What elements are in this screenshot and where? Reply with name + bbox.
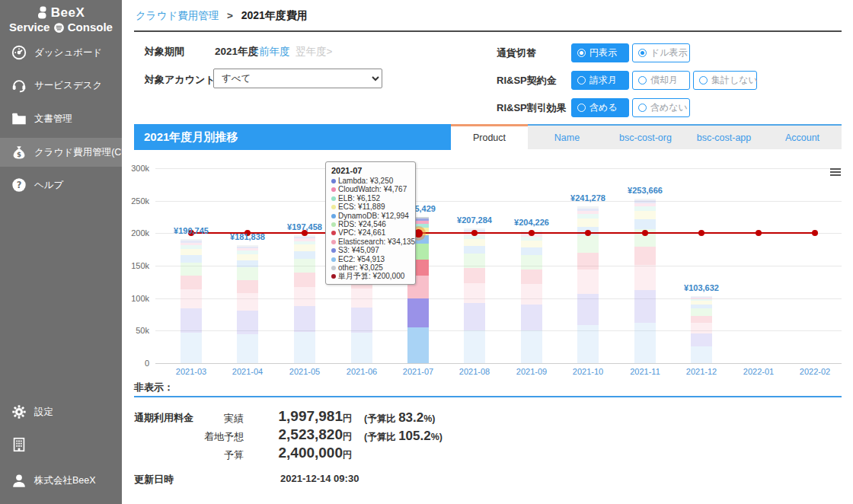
breadcrumb-separator: > [227, 10, 233, 21]
tooltip-row: ELB: ¥6,152 [331, 194, 410, 203]
bar-segment-vpc [464, 268, 485, 282]
bar-segment-ec2 [407, 327, 429, 363]
sidebar-item-organization[interactable] [0, 430, 122, 459]
sidebar-item-dashboard[interactable]: ダッシュボード [0, 38, 122, 67]
gridline [155, 201, 842, 202]
bar-segment-dynamodb [181, 255, 202, 262]
bar-segment-rds [521, 255, 542, 270]
tooltip-row: EC2: ¥54,913 [331, 255, 410, 263]
bar-2021-09[interactable] [521, 231, 542, 363]
bar-segment-dynamodb [294, 251, 315, 259]
risp_discount-option-1[interactable]: 含めない [632, 98, 690, 117]
question-icon: ? [10, 176, 28, 194]
breadcrumb: クラウド費用管理 > 2021年度費用 [136, 9, 308, 23]
console-icon [53, 21, 65, 33]
risp_fee-option-0[interactable]: 請求月 [571, 71, 629, 90]
bar-segment-rds [294, 259, 315, 273]
bar-segment-elasticsearch [634, 265, 656, 290]
sidebar-item-settings[interactable]: 設定 [0, 397, 122, 426]
bar-2021-12[interactable] [691, 296, 712, 363]
bar-2021-08[interactable] [464, 228, 485, 363]
bar-segment-s3 [577, 294, 599, 325]
bar-segment-ecs [521, 241, 542, 247]
bar-segment-rds [237, 267, 258, 280]
risp-fee-label: RI&SP契約金 [497, 74, 557, 88]
bar-2021-11[interactable] [634, 199, 656, 363]
bar-segment-dynamodb [464, 246, 485, 254]
gridline [155, 168, 842, 169]
y-axis-tick: 200k [123, 228, 149, 238]
bar-value-label: ¥241,278 [554, 193, 622, 203]
account-select[interactable]: すべて [213, 69, 382, 88]
bar-segment-ec2 [634, 323, 656, 363]
svg-text:$: $ [17, 151, 21, 158]
forecast-budget-ratio: (予算比 105.2%) [364, 429, 442, 444]
gridline [155, 266, 842, 266]
series-dot-icon [331, 214, 336, 219]
toggle-option-label: 含める [589, 101, 618, 114]
currency-option-1[interactable]: ドル表示 [632, 43, 690, 62]
gridline [155, 363, 842, 364]
x-axis-label-2021-12: 2021-12 [673, 367, 730, 376]
prev-year-link[interactable]: <前年度 [253, 45, 289, 59]
bar-2021-03[interactable] [181, 239, 202, 363]
budget-point-2021-12[interactable] [698, 230, 704, 236]
y-axis-tick: 150k [123, 261, 149, 270]
sidebar-item-cloud-cost[interactable]: $クラウド費用管理(CUR) [0, 138, 122, 167]
radio-icon [577, 76, 586, 85]
tooltip-row: ECS: ¥11,889 [331, 203, 410, 211]
tab-name[interactable]: Name [528, 124, 606, 149]
bar-segment-ec2 [691, 346, 712, 363]
header-divider [134, 30, 842, 32]
y-axis-tick: 100k [123, 294, 149, 303]
bar-2021-04[interactable] [237, 245, 258, 363]
svg-text:?: ? [17, 180, 22, 190]
tooltip-row: DynamoDB: ¥12,994 [331, 212, 410, 220]
app-logo: BeeX Service Console [0, 5, 122, 34]
budget-point-2022-01[interactable] [756, 230, 762, 236]
sidebar-item-help[interactable]: ?ヘルプ [0, 171, 122, 199]
bar-segment-s3 [691, 333, 712, 347]
sidebar: BeeX Service Console ダッシュボードサービスデスク文書管理$… [0, 0, 122, 504]
breadcrumb-parent-link[interactable]: クラウド費用管理 [136, 10, 219, 21]
currency-option-0[interactable]: 円表示 [571, 43, 629, 62]
tab-bsc-cost-org[interactable]: bsc-cost-org [606, 124, 685, 149]
gridline [155, 330, 842, 331]
bar-segment-rds [577, 235, 599, 252]
bar-segment-ec2 [181, 333, 202, 363]
risp_fee-option-2[interactable]: 集計しない [693, 71, 757, 90]
sidebar-item-service-desk[interactable]: サービスデスク [0, 71, 122, 100]
bar-segment-elasticsearch [237, 293, 258, 311]
y-axis-tick: 50k [123, 326, 149, 335]
bar-segment-rds [464, 254, 485, 268]
bar-segment-ecs [577, 219, 599, 227]
series-dot-icon [331, 196, 336, 201]
tab-account[interactable]: Account [763, 124, 842, 149]
person-icon [10, 471, 28, 490]
risp_discount-option-0[interactable]: 含める [571, 98, 629, 117]
tab-bsc-cost-app[interactable]: bsc-cost-app [685, 124, 763, 149]
x-axis-label-2021-03: 2021-03 [163, 367, 219, 376]
bar-2021-05[interactable] [294, 235, 315, 363]
series-dot-icon [331, 240, 336, 244]
bar-segment-elasticsearch [464, 283, 485, 304]
x-axis-label-2021-04: 2021-04 [219, 367, 276, 376]
toggle-option-label: 円表示 [589, 46, 617, 59]
bar-value-label: ¥181,838 [213, 232, 282, 241]
sidebar-item-company[interactable]: 株式会社BeeX [0, 466, 122, 495]
currency-label: 通貨切替 [497, 46, 536, 60]
bar-segment-vpc [691, 316, 712, 324]
toggle-option-label: 集計しない [711, 74, 758, 87]
sidebar-item-label: 株式会社BeeX [34, 474, 96, 487]
chart-menu-icon[interactable] [830, 168, 841, 177]
series-dot-icon [331, 274, 336, 279]
building-icon [10, 435, 28, 454]
budget-point-2022-02[interactable] [812, 230, 818, 236]
sidebar-item-documents[interactable]: 文書管理 [0, 104, 122, 133]
updated-at-value: 2021-12-14 09:30 [280, 473, 359, 484]
tab-product[interactable]: Product [451, 124, 528, 149]
risp_fee-option-1[interactable]: 償却月 [632, 71, 690, 90]
series-dot-icon [331, 187, 336, 192]
radio-icon [638, 49, 647, 57]
x-axis-label-2022-02: 2022-02 [787, 367, 843, 376]
